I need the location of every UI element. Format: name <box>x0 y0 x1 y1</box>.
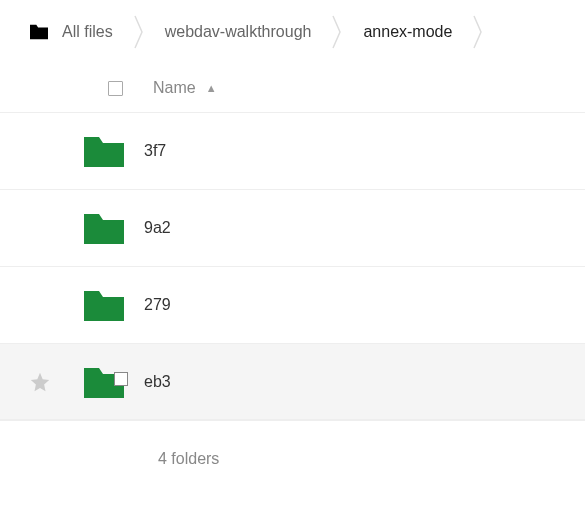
folder-icon-slot <box>60 364 130 400</box>
breadcrumb-item-1[interactable]: webdav-walkthrough <box>151 23 326 41</box>
sort-asc-icon: ▲ <box>206 82 217 94</box>
folder-name: 9a2 <box>130 219 171 237</box>
breadcrumb-home[interactable]: All files <box>28 23 127 41</box>
summary-text: 4 folders <box>158 450 219 468</box>
folder-name: 279 <box>130 296 171 314</box>
breadcrumb: All files webdav-walkthrough annex-mode <box>0 0 585 64</box>
folder-icon-slot <box>60 210 130 246</box>
chevron-right-icon <box>466 12 490 52</box>
breadcrumb-label: annex-mode <box>349 23 466 41</box>
select-checkbox[interactable] <box>114 372 128 386</box>
folder-name: 3f7 <box>130 142 166 160</box>
folder-row[interactable]: 3f7 <box>0 112 585 189</box>
folder-icon <box>82 287 126 323</box>
folder-row[interactable]: 279 <box>0 266 585 343</box>
breadcrumb-item-current[interactable]: annex-mode <box>349 23 466 41</box>
folder-name: eb3 <box>130 373 171 391</box>
favorite-slot <box>20 371 60 393</box>
column-header-label: Name <box>153 79 196 97</box>
home-folder-icon <box>28 23 50 41</box>
folder-icon-slot <box>60 287 130 323</box>
folder-row[interactable]: 9a2 <box>0 189 585 266</box>
chevron-right-icon <box>325 12 349 52</box>
breadcrumb-home-label: All files <box>62 23 113 41</box>
file-list: 3f79a2279eb3 <box>0 112 585 420</box>
folder-row[interactable]: eb3 <box>0 343 585 420</box>
summary-row: 4 folders <box>0 420 585 497</box>
folder-icon-slot <box>60 133 130 169</box>
column-header-name[interactable]: Name ▲ <box>153 79 217 97</box>
star-icon[interactable] <box>29 371 51 393</box>
chevron-right-icon <box>127 12 151 52</box>
table-header: Name ▲ <box>0 64 585 112</box>
folder-icon <box>82 210 126 246</box>
select-all-checkbox[interactable] <box>108 81 123 96</box>
breadcrumb-label: webdav-walkthrough <box>151 23 326 41</box>
folder-icon <box>82 133 126 169</box>
